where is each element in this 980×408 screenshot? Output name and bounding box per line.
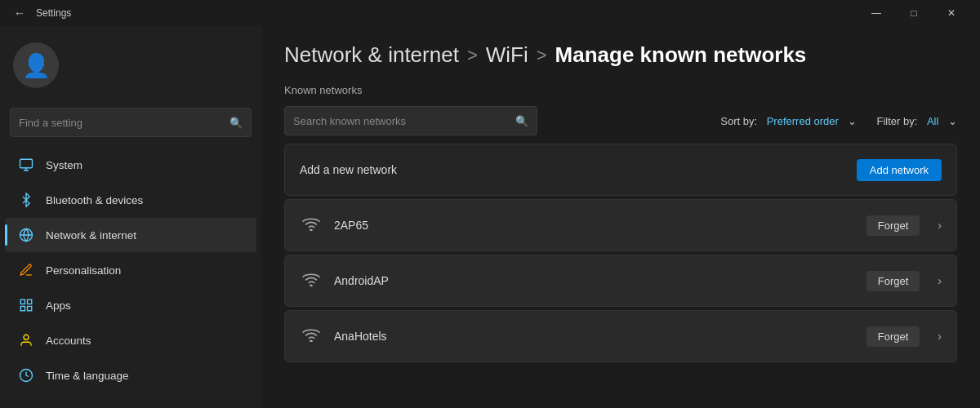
sidebar-item-personalisation[interactable]: Personalisation — [5, 253, 256, 287]
network-details-chevron-icon[interactable]: › — [938, 219, 942, 232]
forget-button[interactable]: Forget — [866, 326, 920, 347]
svg-rect-2 — [20, 299, 24, 304]
svg-rect-4 — [20, 307, 24, 311]
breadcrumb-part1: Network & internet — [284, 42, 459, 68]
network-ssid: AndroidAP — [334, 274, 855, 287]
filter-button[interactable]: Filter by: All ⌄ — [876, 115, 957, 127]
titlebar: ← Settings — □ ✕ — [0, 0, 980, 26]
sidebar: 👤 🔍 SystemBluetooth & devicesNetwork & i… — [0, 26, 261, 408]
sidebar-item-label-system: System — [46, 159, 82, 171]
sidebar-item-system[interactable]: System — [5, 148, 256, 182]
filter-label: Filter by: — [876, 115, 917, 127]
network-ssid: 2AP65 — [334, 219, 855, 232]
sidebar-item-label-time: Time & language — [46, 370, 129, 382]
sidebar-item-accounts[interactable]: Accounts — [5, 323, 256, 357]
svg-rect-3 — [28, 299, 32, 304]
network-details-chevron-icon[interactable]: › — [938, 274, 942, 287]
apps-icon — [18, 297, 34, 313]
sidebar-item-label-accounts: Accounts — [46, 335, 91, 347]
maximize-button[interactable]: □ — [895, 0, 933, 26]
titlebar-title: Settings — [36, 7, 858, 19]
sidebar-search-container: 🔍 — [0, 101, 261, 144]
forget-button[interactable]: Forget — [866, 215, 920, 236]
sidebar-item-label-network: Network & internet — [46, 229, 136, 242]
forget-button[interactable]: Forget — [866, 271, 920, 291]
personalisation-icon — [18, 262, 34, 278]
main-layout: 👤 🔍 SystemBluetooth & devicesNetwork & i… — [0, 26, 980, 408]
sort-label: Sort by: — [720, 115, 757, 127]
search-networks-box[interactable]: 🔍 — [284, 106, 537, 135]
svg-rect-0 — [20, 159, 33, 168]
sort-button[interactable]: Sort by: Preferred order ⌄ — [720, 115, 857, 127]
sidebar-item-network[interactable]: Network & internet — [5, 218, 256, 252]
network-ssid: AnaHotels — [334, 330, 855, 343]
sidebar-item-time[interactable]: Time & language — [5, 358, 256, 392]
breadcrumb: Network & internet > WiFi > Manage known… — [284, 42, 957, 68]
wifi-signal-icon — [300, 216, 323, 235]
sidebar-search-box[interactable]: 🔍 — [10, 108, 252, 137]
breadcrumb-current: Manage known networks — [555, 42, 807, 68]
close-button[interactable]: ✕ — [933, 0, 970, 26]
content-area: Network & internet > WiFi > Manage known… — [261, 26, 980, 408]
add-network-label: Add a new network — [300, 163, 845, 176]
breadcrumb-sep1: > — [467, 45, 478, 66]
filter-chevron-icon: ⌄ — [948, 115, 957, 127]
network-list-item: 2AP65Forget› — [284, 199, 957, 251]
nav-section: SystemBluetooth & devicesNetwork & inter… — [0, 144, 261, 397]
window-controls: — □ ✕ — [858, 0, 970, 26]
wifi-signal-icon — [300, 272, 323, 290]
svg-point-8 — [310, 229, 312, 231]
search-networks-input[interactable] — [293, 115, 509, 127]
back-button[interactable]: ← — [10, 3, 29, 23]
network-details-chevron-icon[interactable]: › — [938, 330, 942, 343]
bluetooth-icon — [18, 192, 34, 208]
sort-chevron-icon: ⌄ — [848, 115, 857, 127]
add-network-button[interactable]: Add network — [857, 159, 942, 181]
breadcrumb-sep2: > — [537, 45, 547, 66]
network-list-item: AnaHotelsForget› — [284, 310, 957, 362]
breadcrumb-part2: WiFi — [486, 42, 528, 68]
svg-rect-5 — [28, 307, 32, 311]
user-profile: 👤 — [0, 26, 261, 101]
sort-value: Preferred order — [767, 115, 839, 127]
wifi-signal-icon — [300, 327, 323, 346]
sort-filter-controls: Sort by: Preferred order ⌄ Filter by: Al… — [720, 115, 957, 127]
filter-value: All — [927, 115, 938, 127]
network-icon — [18, 227, 34, 243]
search-networks-icon: 🔍 — [515, 115, 528, 127]
toolbar-row: 🔍 Sort by: Preferred order ⌄ Filter by: … — [284, 106, 957, 135]
system-icon — [18, 157, 34, 173]
network-items-container: 2AP65Forget›AndroidAPForget›AnaHotelsFor… — [284, 199, 957, 362]
add-new-network-row: Add a new network Add network — [284, 144, 957, 196]
svg-point-10 — [310, 340, 312, 342]
accounts-icon — [18, 332, 34, 348]
sidebar-item-label-personalisation: Personalisation — [46, 264, 121, 277]
minimize-button[interactable]: — — [858, 0, 895, 26]
time-icon — [18, 367, 34, 384]
user-icon: 👤 — [22, 52, 51, 79]
sidebar-search-input[interactable] — [19, 117, 223, 129]
svg-point-6 — [24, 335, 29, 339]
sidebar-item-apps[interactable]: Apps — [5, 288, 256, 322]
sidebar-item-label-bluetooth: Bluetooth & devices — [46, 194, 143, 206]
sidebar-item-label-apps: Apps — [46, 299, 71, 312]
svg-point-9 — [310, 285, 312, 286]
sidebar-search-icon: 🔍 — [229, 117, 243, 129]
network-list: Add a new network Add network 2AP65Forge… — [284, 144, 957, 362]
network-list-item: AndroidAPForget› — [284, 255, 957, 307]
avatar: 👤 — [13, 42, 59, 88]
sidebar-item-bluetooth[interactable]: Bluetooth & devices — [5, 183, 256, 217]
section-label: Known networks — [284, 84, 957, 96]
